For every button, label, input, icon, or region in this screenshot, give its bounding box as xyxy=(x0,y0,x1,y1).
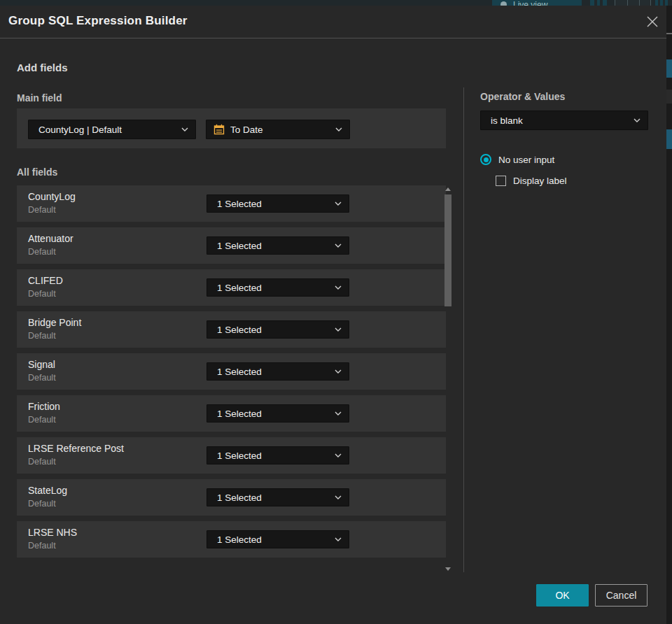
operator-dropdown[interactable]: is blank xyxy=(480,111,648,130)
chevron-down-icon xyxy=(335,243,342,248)
chevron-down-icon xyxy=(335,285,342,290)
sidebar-highlight xyxy=(666,59,672,78)
field-selected-value: 1 Selected xyxy=(207,367,335,377)
all-fields-scrollbar[interactable] xyxy=(443,183,453,572)
scroll-down-icon[interactable] xyxy=(445,567,451,571)
chevron-down-icon xyxy=(335,327,342,332)
calendar-icon xyxy=(214,124,225,135)
chevron-down-icon xyxy=(335,369,342,374)
main-field-date-dropdown[interactable]: To Date xyxy=(206,120,350,139)
dialog-titlebar: Group SQL Expression Builder xyxy=(0,6,666,38)
field-sublabel: Default xyxy=(28,289,56,299)
scroll-up-icon[interactable] xyxy=(445,187,451,191)
field-selected-dropdown[interactable]: 1 Selected xyxy=(206,488,349,506)
field-name: Friction xyxy=(28,401,60,412)
field-selected-dropdown[interactable]: 1 Selected xyxy=(206,320,349,339)
field-selected-dropdown[interactable]: 1 Selected xyxy=(206,362,349,381)
checkbox-unchecked-icon xyxy=(496,176,506,186)
field-selected-dropdown[interactable]: 1 Selected xyxy=(206,446,349,465)
add-fields-heading: Add fields xyxy=(17,62,68,73)
field-row: LRSE Reference Post Default 1 Selected xyxy=(17,437,446,474)
background-app-sidebar xyxy=(666,6,672,624)
field-row: LRSE NHS Default 1 Selected xyxy=(17,521,446,558)
field-sublabel: Default xyxy=(28,415,56,425)
toolbar-bar-icon xyxy=(594,0,597,6)
field-row: Friction Default 1 Selected xyxy=(17,395,446,432)
display-label-label: Display label xyxy=(513,176,567,186)
chevron-down-icon xyxy=(335,537,342,541)
toolbar-bar-icon xyxy=(639,0,640,6)
field-selected-dropdown[interactable]: 1 Selected xyxy=(206,404,349,423)
chevron-down-icon xyxy=(335,411,342,416)
chevron-down-icon xyxy=(335,201,342,206)
field-row: CLIFED Default 1 Selected xyxy=(17,269,446,306)
chevron-down-icon xyxy=(181,127,188,132)
live-view-label: Live view xyxy=(513,0,547,6)
panel-divider xyxy=(463,87,464,572)
main-field-dropdown[interactable]: CountyLog | Default xyxy=(28,120,196,139)
field-selected-value: 1 Selected xyxy=(207,492,335,503)
field-name: StateLog xyxy=(28,485,67,496)
field-name: CLIFED xyxy=(28,275,63,286)
cancel-button[interactable]: Cancel xyxy=(595,584,648,607)
field-selected-dropdown[interactable]: 1 Selected xyxy=(206,194,349,213)
toolbar-bar-icon xyxy=(663,0,665,6)
chevron-down-icon xyxy=(335,127,342,132)
all-fields-label: All fields xyxy=(17,166,57,178)
live-view-button[interactable]: Live view xyxy=(492,0,582,6)
close-icon xyxy=(645,15,659,29)
field-row: Signal Default 1 Selected xyxy=(17,353,446,390)
no-user-input-label: No user input xyxy=(498,155,554,165)
field-row: StateLog Default 1 Selected xyxy=(17,479,446,516)
field-sublabel: Default xyxy=(28,373,56,383)
field-name: CountyLog xyxy=(28,191,76,202)
scrollbar-thumb[interactable] xyxy=(444,194,451,306)
field-name: Bridge Point xyxy=(28,317,81,328)
field-selected-dropdown[interactable]: 1 Selected xyxy=(206,278,349,297)
operator-dropdown-value: is blank xyxy=(481,115,634,126)
field-row: CountyLog Default 1 Selected xyxy=(17,185,446,222)
date-dropdown-value: To Date xyxy=(230,125,335,135)
toolbar-bar-icon xyxy=(600,0,603,6)
background-app-toolbar: Live view xyxy=(0,0,672,6)
field-selected-value: 1 Selected xyxy=(207,283,335,293)
chevron-down-icon xyxy=(634,118,640,122)
toolbar-bar-icon xyxy=(627,0,628,6)
operator-values-label: Operator & Values xyxy=(480,91,565,102)
field-name: Signal xyxy=(28,359,55,370)
toolbar-bar-icon xyxy=(658,0,660,6)
field-selected-value: 1 Selected xyxy=(207,325,335,335)
no-user-input-radio[interactable]: No user input xyxy=(480,154,554,165)
field-selected-value: 1 Selected xyxy=(207,409,335,419)
field-sublabel: Default xyxy=(28,247,56,257)
display-label-checkbox[interactable]: Display label xyxy=(496,176,567,186)
field-selected-value: 1 Selected xyxy=(207,199,335,209)
field-sublabel: Default xyxy=(28,205,56,215)
close-button[interactable] xyxy=(642,11,663,32)
field-selected-value: 1 Selected xyxy=(207,241,335,251)
background-toolbar-segment xyxy=(615,0,651,6)
field-selected-value: 1 Selected xyxy=(207,451,335,461)
field-selected-dropdown[interactable]: 1 Selected xyxy=(206,530,349,548)
sidebar-highlight xyxy=(666,129,672,149)
group-sql-expression-builder-dialog: Group SQL Expression Builder Add fields … xyxy=(0,6,666,624)
main-field-label: Main field xyxy=(17,92,62,104)
background-toolbar-segment xyxy=(655,0,668,6)
field-selected-dropdown[interactable]: 1 Selected xyxy=(206,236,349,255)
field-selected-value: 1 Selected xyxy=(207,534,335,545)
field-sublabel: Default xyxy=(28,541,56,551)
main-field-dropdown-value: CountyLog | Default xyxy=(29,125,181,135)
field-sublabel: Default xyxy=(28,499,56,509)
chevron-down-icon xyxy=(335,453,342,458)
field-sublabel: Default xyxy=(28,331,56,341)
field-name: Attenuator xyxy=(28,233,74,244)
field-name: LRSE Reference Post xyxy=(28,443,124,454)
ok-button[interactable]: OK xyxy=(536,584,589,607)
field-sublabel: Default xyxy=(28,457,56,467)
field-row: Attenuator Default 1 Selected xyxy=(17,227,446,264)
background-toolbar-segment xyxy=(590,0,607,6)
field-name: LRSE NHS xyxy=(28,527,77,538)
chevron-down-icon xyxy=(335,495,342,499)
radio-selected-icon xyxy=(480,154,491,165)
field-row: Bridge Point Default 1 Selected xyxy=(17,311,446,348)
